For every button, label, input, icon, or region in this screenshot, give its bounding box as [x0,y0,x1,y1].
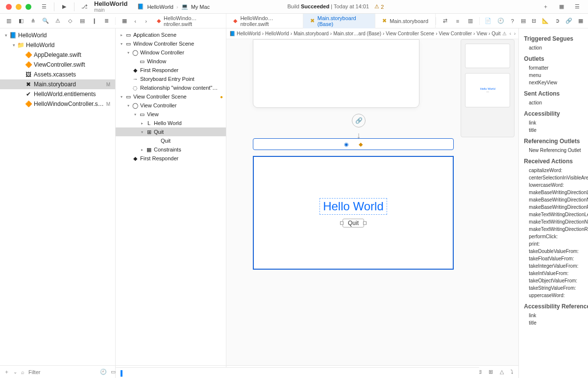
help-inspector-icon[interactable]: ? [510,17,515,25]
outline-row[interactable]: Quit [116,136,226,145]
connection-row[interactable]: makeBaseWritingDirectionLeftToRight: [524,189,588,196]
outline-row[interactable]: ▸▦Constraints [116,145,226,154]
outline-row[interactable]: ◌Relationship "window content"… [116,83,226,92]
outline-row[interactable]: ▾▭Window Controller Scene [116,39,226,48]
source-control-navigator-icon[interactable]: ◧ [17,17,24,25]
navigator-row[interactable]: ▾📘HelloWorld [0,30,115,40]
breadcrumb-item[interactable]: View [476,31,487,36]
test-navigator-icon[interactable]: ◇ [66,17,74,25]
add-editor-icon[interactable]: ▥ [466,17,474,25]
connection-row[interactable]: action [524,44,588,51]
connection-row[interactable]: makeTextWritingDirectionNatural: [524,218,588,226]
navigator-row[interactable]: 🖼Assets.xcassets [0,70,115,79]
library-button[interactable]: ▦ [555,0,568,14]
inspector-body[interactable]: Triggered SeguesactionOutletsformatterme… [519,28,588,378]
outline-row[interactable]: →Storyboard Entry Point [116,75,226,83]
connections-inspector-icon[interactable]: ➲ [555,17,560,25]
run-button[interactable]: ▶ [57,0,71,14]
interface-builder-canvas[interactable]: 🔗 ↓ ◉ ◆ Hello World Quit Hello World–– [226,39,518,365]
navigator-row[interactable]: 🔶ViewController.swift [0,60,115,70]
navigator-tree[interactable]: ▾📘HelloWorld▾📁HelloWorld🔶AppDelegate.swi… [0,28,115,365]
branch-icon[interactable]: ⎇ [77,0,91,14]
connection-row[interactable]: print: [524,240,588,248]
add-file-button[interactable]: ＋ [4,368,9,376]
outline-row[interactable]: ▸▭Application Scene [116,30,226,39]
disclosure-icon[interactable]: ▾ [139,130,145,134]
outline-row[interactable]: ▭Window [116,57,226,66]
view-controller-icon[interactable]: ◉ [344,141,349,148]
related-items-icon[interactable]: ▦ [121,17,128,25]
connection-row[interactable]: takeFloatValueFrom: [524,255,588,262]
connection-row[interactable]: makeTextWritingDirectionRightToLeft: [524,226,588,233]
view-controller-view[interactable]: Hello World Quit [253,156,454,270]
outline-row[interactable]: ▾▭View Controller Scene● [116,92,226,101]
add-constraints-button[interactable]: ⊞ [489,369,493,375]
disclosure-icon[interactable]: ▾ [125,50,131,55]
navigator-row[interactable]: ✖︎Main.storyboardM [0,79,115,89]
navigator-row[interactable]: ▾📁HelloWorld [0,40,115,50]
connection-row[interactable]: capitalizeWord: [524,167,588,174]
next-issue-button[interactable]: › [514,31,515,36]
hello-world-label[interactable]: Hello World [319,198,387,215]
connection-row[interactable]: takeIntegerValueFrom: [524,262,588,270]
project-navigator-icon[interactable]: ▥ [5,17,12,25]
connection-row[interactable]: New Referencing Outlet [524,147,588,154]
size-inspector-icon[interactable]: 📐 [542,17,549,25]
navigator-row[interactable]: 🔶AppDelegate.swift [0,50,115,60]
toggle-inspector-icon[interactable]: ☰ [570,0,584,14]
recent-filter-icon[interactable]: 🕘 [100,369,107,375]
prev-issue-button[interactable]: ‹ [510,31,511,36]
toggle-navigator-icon[interactable]: ☰ [37,0,51,14]
identity-inspector-icon[interactable]: ▤ [521,17,526,25]
editor-options-icon[interactable]: ⇄ [441,17,449,25]
scene-dock[interactable]: ◉ ◆ [253,138,454,150]
connection-row[interactable]: takeIntValueFrom: [524,270,588,277]
warning-badge[interactable]: ⚠ 2 [374,3,384,10]
editor-tab[interactable]: ✖︎Main.storyboard [375,14,436,28]
disclosure-icon[interactable]: ▸ [139,148,145,152]
activity-status[interactable]: Build Succeeded | Today at 14:01 ⚠ 2 [288,3,384,10]
connection-row[interactable]: makeBaseWritingDirectionNatural: [524,196,588,203]
bindings-inspector-icon[interactable]: 🔗 [565,17,572,25]
connection-row[interactable]: makeTextWritingDirectionLeftToRight: [524,211,588,218]
editor-tab[interactable]: ✖︎Main.storyboard (Base) [303,14,375,28]
scm-filter-icon[interactable]: ▭ [111,369,116,375]
find-navigator-icon[interactable]: 🔍 [42,17,49,25]
minimize-window[interactable] [16,4,22,10]
connection-row[interactable]: lowercaseWord: [524,181,588,189]
canvas-breadcrumb[interactable]: 📘HelloWorld›HelloWorld›Main.storyboard›M… [226,28,518,39]
connection-row[interactable]: takeDoubleValueFrom: [524,248,588,255]
connection-row[interactable]: link [524,312,588,319]
outline-row[interactable]: ▾◯View Controller [116,101,226,110]
close-window[interactable] [6,4,12,10]
outline-row[interactable]: ▸LHello World [116,119,226,127]
resolve-issues-button[interactable]: △ [500,369,504,375]
issue-navigator-icon[interactable]: ⚠ [54,17,61,25]
history-inspector-icon[interactable]: 🕘 [497,17,504,25]
embed-button[interactable]: ⤵ [511,369,514,375]
debug-navigator-icon[interactable]: ▤ [78,17,86,25]
breadcrumb-item[interactable]: Quit [491,31,500,36]
back-button[interactable]: ‹ [131,17,139,25]
breadcrumb-item[interactable]: View Controller [439,31,472,36]
quit-button[interactable]: Quit [343,219,364,227]
navigator-row[interactable]: 🔶HelloWindowController.s…M [0,99,115,109]
disclosure-icon[interactable]: ▾ [132,112,138,117]
disclosure-icon[interactable]: ▾ [119,95,124,99]
disclosure-icon[interactable]: ▾ [3,33,9,38]
connection-row[interactable]: formatter [524,64,588,72]
canvas-minimap[interactable]: Hello World–– [461,39,514,137]
debug-area-toggle-icon[interactable]: ▌ [121,370,124,376]
forward-button[interactable]: › [142,17,150,25]
disclosure-icon[interactable]: ▾ [125,103,131,108]
editor-tab[interactable]: ◆HelloWindo…ntroller.swift [150,14,226,28]
disclosure-icon[interactable]: ▸ [119,33,124,37]
connection-row[interactable]: performClick: [524,233,588,240]
scheme-selector[interactable]: 📘HelloWorld › 💻My Mac [137,3,210,10]
connection-row[interactable]: link [524,119,588,126]
connection-row[interactable]: nextKeyView [524,79,588,86]
connection-row[interactable]: takeObjectValueFrom: [524,277,588,284]
report-navigator-icon[interactable]: ≣ [103,17,110,25]
disclosure-icon[interactable]: ▸ [139,121,145,126]
disclosure-icon[interactable]: ▾ [11,43,17,48]
